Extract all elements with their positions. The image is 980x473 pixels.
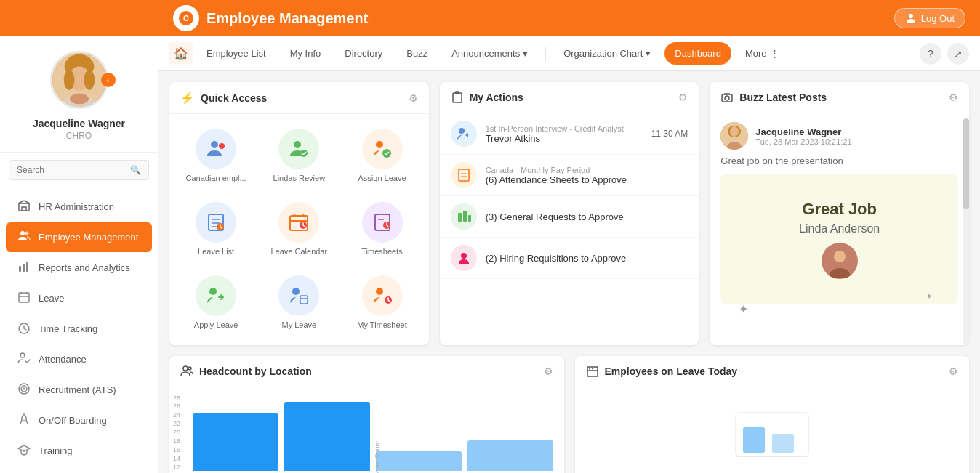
sidebar-item-recruitment[interactable]: Recruitment (ATS): [6, 375, 152, 405]
general-requests-title: (3) General Requests to Approve: [486, 211, 688, 222]
search-input[interactable]: [17, 165, 130, 175]
sidebar-search-box[interactable]: 🔍: [9, 160, 149, 180]
camera-icon: [720, 91, 734, 104]
action-item-interview[interactable]: 1st In-Person Interview - Credit Analyst…: [440, 113, 699, 155]
sidebar-collapse-arrow[interactable]: ‹: [101, 73, 116, 87]
share-button[interactable]: ↗: [947, 43, 969, 65]
svg-point-13: [20, 231, 25, 235]
tab-employee-list[interactable]: Employee List: [196, 42, 276, 65]
sidebar-item-emp-mgmt[interactable]: Employee Management: [6, 222, 152, 252]
sidebar-item-leave[interactable]: Leave: [6, 283, 152, 313]
nav-menu: HR Administration Employee Management Re…: [0, 187, 158, 473]
action-item-hiring[interactable]: (2) Hiring Requisitions to Approve: [440, 238, 699, 279]
my-actions-list: 1st In-Person Interview - Credit Analyst…: [440, 113, 699, 279]
buzz-scrollbar-track[interactable]: [963, 118, 969, 345]
leave-chart-svg: [721, 398, 823, 471]
svg-rect-77: [743, 427, 765, 453]
tab-org-chart[interactable]: Organization Chart ▾: [553, 42, 661, 65]
quick-access-settings-icon[interactable]: ⚙: [409, 92, 418, 104]
svg-text:📍: 📍: [217, 143, 224, 150]
tab-more[interactable]: More ⋮: [735, 42, 790, 65]
tab-separator: [545, 47, 546, 61]
tab-buzz[interactable]: Buzz: [396, 42, 438, 65]
buzz-timestamp: Tue, 28 Mar 2023 10:21:21: [755, 137, 851, 146]
sidebar-item-more[interactable]: ▼ More: [6, 466, 152, 473]
quick-item-assign-leave[interactable]: Assign Leave: [344, 123, 419, 189]
quick-item-timesheets[interactable]: Timesheets: [344, 196, 419, 262]
buzz-user-details: Jacqueline Wagner Tue, 28 Mar 2023 10:21…: [755, 126, 851, 146]
quick-item-apply-leave[interactable]: Apply Leave: [178, 270, 254, 336]
lindas-review-label: Lindas Review: [273, 174, 326, 183]
interview-person-icon: [457, 126, 471, 141]
linda-avatar-svg: [823, 244, 856, 278]
sidebar-item-reports[interactable]: Reports and Analytics: [6, 253, 152, 283]
sidebar-item-label: HR Administration: [39, 201, 114, 212]
quick-item-canadian-empl[interactable]: 📍 Canadian empl...: [178, 123, 254, 189]
my-actions-header: My Actions ⚙: [440, 82, 699, 113]
canadian-empl-icon: 📍: [196, 129, 236, 169]
attendance-title: (6) Attendance Sheets to Approve: [486, 174, 688, 185]
svg-point-67: [730, 126, 739, 137]
buzz-card-title: Great Job: [802, 200, 877, 219]
buzz-scrollbar-thumb[interactable]: [963, 118, 969, 209]
hiring-icon-circle: [451, 245, 477, 271]
main-content: 🏠 Employee List My Info Directory Buzz A…: [158, 36, 980, 473]
leave-employees-icon: [586, 365, 599, 378]
my-actions-title: My Actions: [451, 91, 679, 104]
buzz-person-avatar: [822, 243, 858, 279]
logout-button[interactable]: Log Out: [894, 8, 965, 28]
tab-home-button[interactable]: 🏠: [169, 42, 193, 65]
svg-point-2: [909, 14, 913, 18]
reports-icon: [17, 260, 31, 275]
action-item-attendance[interactable]: Canada - Monthly Pay Period (6) Attendan…: [440, 155, 699, 196]
headcount-chart: 28 26 24 22 20 18 16 14 12 Rec: [169, 387, 564, 473]
svg-point-54: [459, 128, 465, 134]
attendance-subtitle: Canada - Monthly Pay Period: [486, 166, 688, 174]
buzz-user-name: Jacqueline Wagner: [755, 126, 851, 137]
decoration-star2: ✦: [925, 291, 933, 302]
svg-point-8: [63, 70, 74, 90]
assign-leave-icon: [362, 129, 403, 169]
svg-rect-15: [19, 266, 21, 272]
headcount-card: Headcount by Location ⚙ 28 26 24 22 20 1…: [169, 356, 564, 473]
my-actions-settings-icon[interactable]: ⚙: [678, 92, 688, 103]
svg-rect-55: [459, 169, 469, 181]
quick-item-my-timesheet[interactable]: My Timesheet: [344, 270, 419, 336]
target-icon: [17, 382, 31, 395]
quick-item-lindas-review[interactable]: Lindas Review: [261, 123, 337, 189]
search-icon: 🔍: [130, 165, 141, 175]
sidebar-item-hr-admin[interactable]: HR Administration: [6, 192, 152, 222]
chart-icon: [17, 260, 31, 273]
sidebar-item-label: Time Tracking: [39, 323, 97, 334]
tab-directory[interactable]: Directory: [334, 42, 393, 65]
sidebar-item-label: Recruitment (ATS): [39, 384, 116, 395]
sidebar-item-time-tracking[interactable]: Time Tracking: [6, 314, 152, 344]
x-axis-label: Record Count: [169, 441, 564, 473]
headcount-settings-icon[interactable]: ⚙: [544, 365, 553, 377]
svg-point-69: [834, 251, 846, 262]
hiring-text: (2) Hiring Requisitions to Approve: [486, 253, 688, 264]
sidebar-item-training[interactable]: Training: [6, 436, 152, 466]
tab-announcements[interactable]: Announcements ▾: [441, 42, 538, 65]
svg-point-14: [25, 232, 29, 235]
tab-my-info[interactable]: My Info: [280, 42, 332, 65]
sidebar-item-label: Attendance: [39, 354, 87, 365]
sidebar: O OrangeHRM NEW LEVEL OF HRMANAGEMENT: [0, 0, 158, 473]
quick-item-leave-list[interactable]: Leave List: [178, 196, 254, 262]
sidebar-item-onboarding[interactable]: On/Off Boarding: [6, 405, 152, 435]
svg-point-47: [209, 288, 217, 295]
buzz-settings-icon[interactable]: ⚙: [949, 92, 958, 103]
leave-icon: [17, 291, 31, 306]
hiring-title: (2) Hiring Requisitions to Approve: [486, 253, 688, 264]
clipboard-icon: [451, 91, 464, 104]
employees-on-leave-settings-icon[interactable]: ⚙: [949, 365, 958, 377]
action-item-general-requests[interactable]: (3) General Requests to Approve: [440, 196, 699, 238]
svg-point-9: [84, 70, 95, 90]
quick-item-my-leave[interactable]: My Leave: [261, 270, 337, 336]
tab-dashboard[interactable]: Dashboard: [664, 42, 731, 65]
sidebar-item-attendance[interactable]: Attendance: [6, 344, 152, 374]
quick-item-leave-calendar[interactable]: Leave Calendar: [261, 196, 337, 262]
quick-access-header: ⚡ Quick Access ⚙: [169, 82, 429, 114]
apply-leave-label: Apply Leave: [194, 320, 238, 330]
help-button[interactable]: ?: [920, 43, 941, 65]
